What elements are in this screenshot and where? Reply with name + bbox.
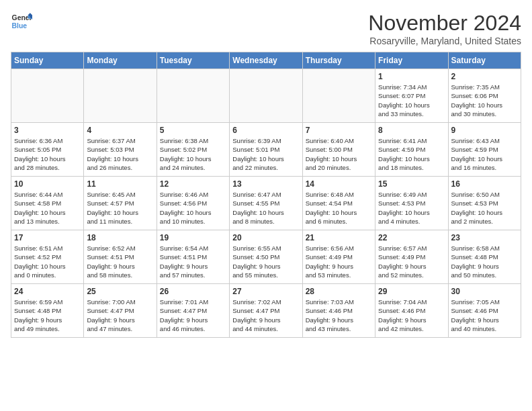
day-info: Sunrise: 6:39 AM Sunset: 5:01 PM Dayligh… xyxy=(232,136,299,172)
calendar-cell: 10Sunrise: 6:44 AM Sunset: 4:58 PM Dayli… xyxy=(11,177,84,230)
day-info: Sunrise: 6:41 AM Sunset: 4:59 PM Dayligh… xyxy=(378,136,445,172)
calendar-week-4: 17Sunrise: 6:51 AM Sunset: 4:52 PM Dayli… xyxy=(11,230,521,284)
day-info: Sunrise: 6:37 AM Sunset: 5:03 PM Dayligh… xyxy=(87,136,153,172)
calendar-week-1: 1Sunrise: 7:34 AM Sunset: 6:07 PM Daylig… xyxy=(11,69,521,123)
calendar-cell: 29Sunrise: 7:04 AM Sunset: 4:46 PM Dayli… xyxy=(375,284,448,338)
day-info: Sunrise: 6:49 AM Sunset: 4:53 PM Dayligh… xyxy=(378,190,445,226)
calendar-cell xyxy=(302,69,375,123)
day-info: Sunrise: 6:43 AM Sunset: 4:59 PM Dayligh… xyxy=(451,136,518,172)
weekday-header-monday: Monday xyxy=(84,52,157,69)
day-info: Sunrise: 6:44 AM Sunset: 4:58 PM Dayligh… xyxy=(14,190,81,226)
day-number: 16 xyxy=(451,179,518,189)
calendar-cell: 12Sunrise: 6:46 AM Sunset: 4:56 PM Dayli… xyxy=(157,177,229,230)
calendar-cell: 14Sunrise: 6:48 AM Sunset: 4:54 PM Dayli… xyxy=(302,177,375,230)
month-title: November 2024 xyxy=(368,11,521,36)
title-area: November 2024 Rosaryville, Maryland, Uni… xyxy=(368,11,521,46)
day-info: Sunrise: 6:48 AM Sunset: 4:54 PM Dayligh… xyxy=(306,190,372,226)
day-number: 15 xyxy=(378,179,445,189)
day-number: 2 xyxy=(451,72,518,81)
day-info: Sunrise: 6:36 AM Sunset: 5:05 PM Dayligh… xyxy=(14,136,81,172)
day-number: 20 xyxy=(232,233,299,242)
logo-icon: General Blue xyxy=(11,11,32,32)
day-info: Sunrise: 6:56 AM Sunset: 4:49 PM Dayligh… xyxy=(306,244,372,279)
weekday-header-saturday: Saturday xyxy=(448,52,521,69)
calendar-cell: 17Sunrise: 6:51 AM Sunset: 4:52 PM Dayli… xyxy=(11,230,84,284)
calendar-header-row: SundayMondayTuesdayWednesdayThursdayFrid… xyxy=(11,52,521,69)
day-number: 5 xyxy=(160,126,226,135)
day-info: Sunrise: 7:01 AM Sunset: 4:47 PM Dayligh… xyxy=(160,298,226,333)
day-number: 17 xyxy=(14,233,81,242)
day-info: Sunrise: 6:57 AM Sunset: 4:49 PM Dayligh… xyxy=(378,244,445,279)
day-info: Sunrise: 7:04 AM Sunset: 4:46 PM Dayligh… xyxy=(378,298,445,333)
calendar-cell: 6Sunrise: 6:39 AM Sunset: 5:01 PM Daylig… xyxy=(230,123,302,177)
day-number: 4 xyxy=(87,126,153,135)
day-number: 10 xyxy=(14,179,81,189)
day-info: Sunrise: 6:47 AM Sunset: 4:55 PM Dayligh… xyxy=(232,190,299,226)
calendar-week-5: 24Sunrise: 6:59 AM Sunset: 4:48 PM Dayli… xyxy=(11,284,521,338)
day-info: Sunrise: 7:05 AM Sunset: 4:46 PM Dayligh… xyxy=(451,298,518,333)
day-number: 7 xyxy=(306,126,372,135)
logo: General Blue xyxy=(11,11,32,32)
calendar-cell: 15Sunrise: 6:49 AM Sunset: 4:53 PM Dayli… xyxy=(375,177,448,230)
day-number: 22 xyxy=(378,233,445,242)
day-info: Sunrise: 6:58 AM Sunset: 4:48 PM Dayligh… xyxy=(451,244,518,279)
day-info: Sunrise: 7:35 AM Sunset: 6:06 PM Dayligh… xyxy=(451,83,518,118)
calendar-cell: 25Sunrise: 7:00 AM Sunset: 4:47 PM Dayli… xyxy=(84,284,157,338)
day-info: Sunrise: 6:51 AM Sunset: 4:52 PM Dayligh… xyxy=(14,244,81,279)
day-number: 8 xyxy=(378,126,445,135)
calendar-cell: 13Sunrise: 6:47 AM Sunset: 4:55 PM Dayli… xyxy=(230,177,302,230)
calendar-cell: 22Sunrise: 6:57 AM Sunset: 4:49 PM Dayli… xyxy=(375,230,448,284)
calendar-week-2: 3Sunrise: 6:36 AM Sunset: 5:05 PM Daylig… xyxy=(11,123,521,177)
calendar-cell: 23Sunrise: 6:58 AM Sunset: 4:48 PM Dayli… xyxy=(448,230,521,284)
day-number: 25 xyxy=(87,287,153,296)
svg-text:Blue: Blue xyxy=(12,22,28,30)
day-info: Sunrise: 6:38 AM Sunset: 5:02 PM Dayligh… xyxy=(160,136,226,172)
calendar-cell: 21Sunrise: 6:56 AM Sunset: 4:49 PM Dayli… xyxy=(302,230,375,284)
calendar-week-3: 10Sunrise: 6:44 AM Sunset: 4:58 PM Dayli… xyxy=(11,177,521,230)
calendar-cell xyxy=(84,69,157,123)
calendar-cell: 2Sunrise: 7:35 AM Sunset: 6:06 PM Daylig… xyxy=(448,69,521,123)
day-number: 6 xyxy=(232,126,299,135)
day-info: Sunrise: 6:46 AM Sunset: 4:56 PM Dayligh… xyxy=(160,190,226,226)
calendar-cell: 20Sunrise: 6:55 AM Sunset: 4:50 PM Dayli… xyxy=(230,230,302,284)
day-number: 26 xyxy=(160,287,226,296)
day-number: 28 xyxy=(306,287,372,296)
weekday-header-sunday: Sunday xyxy=(11,52,84,69)
calendar-cell: 26Sunrise: 7:01 AM Sunset: 4:47 PM Dayli… xyxy=(157,284,229,338)
calendar-cell: 4Sunrise: 6:37 AM Sunset: 5:03 PM Daylig… xyxy=(84,123,157,177)
calendar-cell: 19Sunrise: 6:54 AM Sunset: 4:51 PM Dayli… xyxy=(157,230,229,284)
day-number: 11 xyxy=(87,179,153,189)
calendar-cell: 24Sunrise: 6:59 AM Sunset: 4:48 PM Dayli… xyxy=(11,284,84,338)
day-number: 29 xyxy=(378,287,445,296)
weekday-header-wednesday: Wednesday xyxy=(230,52,302,69)
calendar-cell: 3Sunrise: 6:36 AM Sunset: 5:05 PM Daylig… xyxy=(11,123,84,177)
location-subtitle: Rosaryville, Maryland, United States xyxy=(368,36,521,46)
calendar-table: SundayMondayTuesdayWednesdayThursdayFrid… xyxy=(11,52,521,338)
day-number: 9 xyxy=(451,126,518,135)
day-number: 18 xyxy=(87,233,153,242)
day-info: Sunrise: 6:50 AM Sunset: 4:53 PM Dayligh… xyxy=(451,190,518,226)
calendar-cell: 7Sunrise: 6:40 AM Sunset: 5:00 PM Daylig… xyxy=(302,123,375,177)
day-number: 14 xyxy=(306,179,372,189)
calendar-cell: 11Sunrise: 6:45 AM Sunset: 4:57 PM Dayli… xyxy=(84,177,157,230)
day-number: 30 xyxy=(451,287,518,296)
calendar-cell: 18Sunrise: 6:52 AM Sunset: 4:51 PM Dayli… xyxy=(84,230,157,284)
calendar-cell xyxy=(157,69,229,123)
day-info: Sunrise: 7:34 AM Sunset: 6:07 PM Dayligh… xyxy=(378,83,445,118)
weekday-header-tuesday: Tuesday xyxy=(157,52,229,69)
day-number: 27 xyxy=(232,287,299,296)
day-number: 24 xyxy=(14,287,81,296)
day-info: Sunrise: 7:00 AM Sunset: 4:47 PM Dayligh… xyxy=(87,298,153,333)
day-number: 12 xyxy=(160,179,226,189)
day-number: 1 xyxy=(378,72,445,81)
calendar-cell xyxy=(11,69,84,123)
weekday-header-friday: Friday xyxy=(375,52,448,69)
day-info: Sunrise: 6:40 AM Sunset: 5:00 PM Dayligh… xyxy=(306,136,372,172)
day-info: Sunrise: 6:45 AM Sunset: 4:57 PM Dayligh… xyxy=(87,190,153,226)
day-info: Sunrise: 7:03 AM Sunset: 4:46 PM Dayligh… xyxy=(306,298,372,333)
day-number: 21 xyxy=(306,233,372,242)
day-number: 3 xyxy=(14,126,81,135)
calendar-cell: 16Sunrise: 6:50 AM Sunset: 4:53 PM Dayli… xyxy=(448,177,521,230)
calendar-cell: 5Sunrise: 6:38 AM Sunset: 5:02 PM Daylig… xyxy=(157,123,229,177)
day-number: 23 xyxy=(451,233,518,242)
